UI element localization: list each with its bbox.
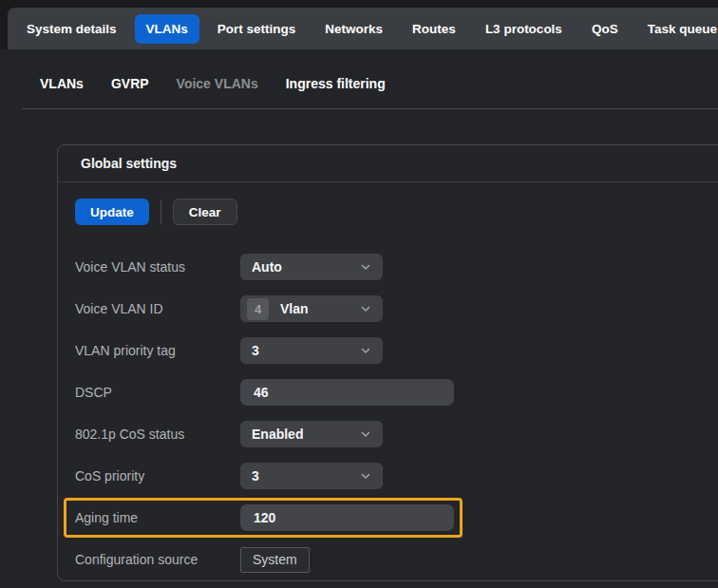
nav-tab-l3-protocols[interactable]: L3 protocols bbox=[474, 14, 574, 44]
chevron-down-icon bbox=[360, 470, 371, 482]
action-buttons: Update Clear bbox=[75, 199, 718, 225]
chevron-down-icon bbox=[360, 303, 371, 314]
voice-vlan-id-select[interactable]: 4 Vlan bbox=[240, 295, 383, 322]
select-value: 3 bbox=[252, 468, 360, 484]
field-row-voice-vlan-status: Voice VLAN status Auto bbox=[75, 254, 718, 280]
panel-title: Global settings bbox=[81, 156, 177, 171]
chevron-down-icon bbox=[360, 261, 371, 273]
settings-form: Voice VLAN status Auto Voice VLAN ID 4 V… bbox=[75, 254, 718, 573]
primary-navbar: System details VLANs Port settings Netwo… bbox=[8, 8, 718, 49]
content-area: VLANs GVRP Voice VLANs Ingress filtering… bbox=[0, 49, 718, 588]
panel-body: Update Clear Voice VLAN status Auto Voic… bbox=[58, 182, 718, 573]
field-row-cos-priority: CoS priority 3 bbox=[75, 463, 718, 489]
field-row-vlan-priority-tag: VLAN priority tag 3 bbox=[75, 337, 718, 364]
nav-tab-routes[interactable]: Routes bbox=[401, 14, 467, 44]
select-value: Auto bbox=[252, 259, 360, 275]
vlan-priority-tag-select[interactable]: 3 bbox=[240, 337, 383, 364]
voice-vlan-status-select[interactable]: Auto bbox=[240, 254, 383, 280]
nav-tab-networks[interactable]: Networks bbox=[313, 14, 394, 44]
field-row-dscp: DSCP bbox=[75, 379, 718, 406]
chevron-down-icon bbox=[360, 345, 371, 356]
button-separator bbox=[161, 199, 161, 224]
configuration-source-badge: System bbox=[240, 547, 310, 573]
voice-vlan-id-label: Voice VLAN ID bbox=[75, 301, 240, 316]
chevron-down-icon bbox=[360, 428, 371, 440]
dscp-label: DSCP bbox=[75, 385, 240, 400]
panel-header: Global settings bbox=[58, 145, 718, 182]
subnav-tab-ingress-filtering[interactable]: Ingress filtering bbox=[286, 76, 386, 91]
subnav-tab-vlans[interactable]: VLANs bbox=[40, 76, 84, 91]
nav-tab-port-settings[interactable]: Port settings bbox=[206, 14, 308, 44]
dscp-input[interactable] bbox=[240, 379, 454, 406]
voice-vlan-status-label: Voice VLAN status bbox=[75, 259, 240, 275]
vlan-id-badge: 4 bbox=[247, 298, 269, 320]
secondary-navbar: VLANs GVRP Voice VLANs Ingress filtering bbox=[40, 76, 386, 91]
configuration-source-label: Configuration source bbox=[75, 552, 240, 567]
cos-status-select[interactable]: Enabled bbox=[240, 421, 383, 447]
nav-tab-task-queue[interactable]: Task queue bbox=[636, 14, 718, 44]
select-value: Enabled bbox=[252, 427, 360, 442]
subnav-tab-gvrp[interactable]: GVRP bbox=[111, 76, 149, 91]
aging-time-label: Aging time bbox=[75, 510, 240, 525]
field-row-8021p-cos-status: 802.1p CoS status Enabled bbox=[75, 421, 718, 447]
aging-time-input[interactable] bbox=[240, 504, 454, 531]
cos-priority-label: CoS priority bbox=[75, 468, 240, 484]
nav-tab-vlans[interactable]: VLANs bbox=[135, 14, 199, 44]
vlan-priority-tag-label: VLAN priority tag bbox=[75, 343, 240, 358]
select-value: Vlan bbox=[280, 301, 360, 316]
cos-status-label: 802.1p CoS status bbox=[75, 427, 240, 442]
field-row-aging-time: Aging time bbox=[75, 504, 718, 531]
update-button[interactable]: Update bbox=[75, 199, 149, 225]
divider bbox=[22, 108, 718, 109]
nav-tab-qos[interactable]: QoS bbox=[580, 14, 630, 44]
clear-button[interactable]: Clear bbox=[173, 199, 237, 225]
cos-priority-select[interactable]: 3 bbox=[240, 463, 383, 489]
field-row-configuration-source: Configuration source System bbox=[75, 546, 718, 573]
nav-tab-system-details[interactable]: System details bbox=[15, 14, 128, 44]
subnav-tab-voice-vlans[interactable]: Voice VLANs bbox=[177, 76, 258, 91]
field-row-voice-vlan-id: Voice VLAN ID 4 Vlan bbox=[75, 295, 718, 322]
select-value: 3 bbox=[252, 343, 360, 358]
global-settings-panel: Global settings Update Clear Voice VLAN … bbox=[57, 144, 718, 581]
